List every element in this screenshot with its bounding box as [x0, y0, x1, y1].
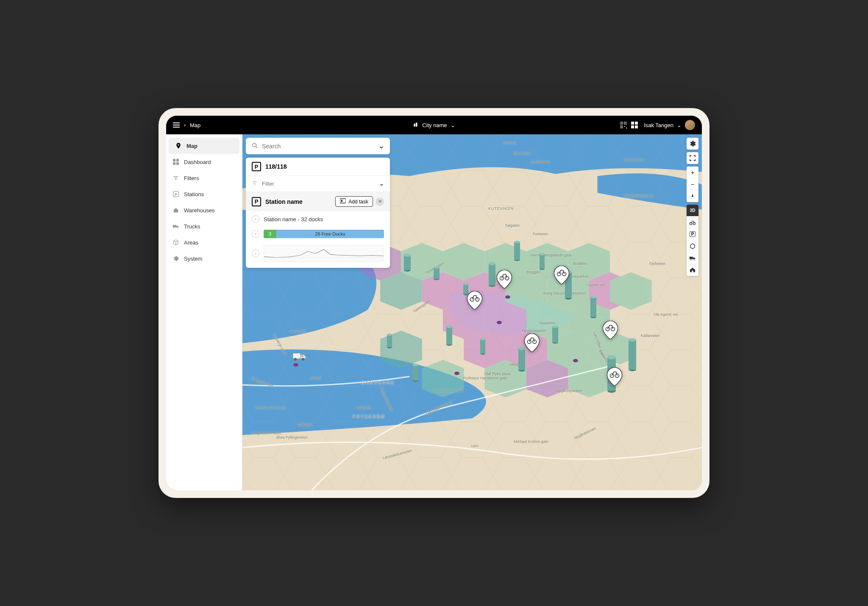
- map-street-label: Puddefjordsbroen: [433, 389, 463, 393]
- bike-station-marker[interactable]: [497, 270, 512, 289]
- svg-rect-93: [552, 327, 558, 342]
- bike-station-marker[interactable]: [554, 266, 569, 284]
- sidebar-item-filters[interactable]: Filters: [166, 170, 242, 186]
- svg-rect-11: [621, 127, 622, 128]
- svg-point-88: [480, 338, 485, 340]
- svg-rect-10: [625, 122, 626, 123]
- compass-button[interactable]: [687, 190, 698, 202]
- parking-layer-button[interactable]: P: [687, 228, 698, 240]
- svg-line-123: [256, 146, 258, 148]
- bike-station-marker[interactable]: [467, 291, 482, 310]
- add-task-button[interactable]: Add task: [335, 196, 373, 207]
- filter-icon: [252, 180, 258, 187]
- sidebar-item-label: Trucks: [184, 223, 200, 230]
- fullscreen-button[interactable]: [687, 152, 698, 164]
- sidebar-item-map[interactable]: Map: [169, 138, 239, 154]
- docks-free: 28 Free Docks: [276, 230, 384, 238]
- search-box[interactable]: ⌄: [246, 138, 390, 154]
- map-controls: + − 3D P: [687, 138, 698, 276]
- station-detail-text: Station name - 32 docks: [264, 216, 323, 222]
- map-district-label: FRYDENBØ: [353, 414, 385, 419]
- settings-button[interactable]: [687, 138, 698, 150]
- map-street-label: Lien: [471, 444, 479, 448]
- map-street-label: Fløyfjellstunnelen: [624, 194, 654, 198]
- svg-rect-21: [176, 162, 179, 165]
- svg-rect-128: [341, 200, 343, 202]
- map-street-label: Sviingen: [298, 423, 312, 427]
- user-menu[interactable]: Isak Tangen ⌄: [644, 120, 695, 130]
- chevron-down-icon[interactable]: ⌄: [378, 142, 384, 150]
- svg-rect-19: [176, 159, 179, 161]
- map-street-label: Brattlien: [573, 261, 587, 266]
- bike-station-marker[interactable]: [603, 321, 618, 339]
- city-name: City name: [422, 122, 447, 128]
- svg-rect-20: [173, 162, 175, 165]
- svg-point-70: [489, 262, 495, 265]
- add-task-label: Add task: [348, 199, 368, 205]
- filter-icon: [172, 174, 180, 182]
- map-canvas[interactable]: DAMSGÅRD FRYDENBØ Fløyfjellstunnelen Fje…: [242, 134, 702, 490]
- map-street-label: Nygårdsparken: [556, 389, 582, 393]
- station-detail-row[interactable]: + Station name - 32 docks: [246, 211, 390, 227]
- svg-rect-81: [590, 297, 596, 317]
- filter-input[interactable]: [262, 181, 375, 187]
- svg-rect-87: [480, 339, 485, 353]
- svg-point-94: [552, 325, 558, 328]
- sidebar-item-areas[interactable]: Areas: [166, 234, 242, 250]
- map-street-label: Laksevåg: [289, 329, 306, 334]
- home-icon: [172, 206, 180, 214]
- map-street-label: Voldene: [357, 406, 371, 410]
- qr-icon[interactable]: [620, 122, 627, 128]
- sidebar-item-dashboard[interactable]: Dashboard: [166, 154, 242, 170]
- expand-icon[interactable]: +: [252, 215, 259, 223]
- zoom-out-button[interactable]: −: [687, 178, 698, 190]
- expand-icon[interactable]: +: [252, 230, 259, 238]
- svg-point-134: [690, 259, 691, 260]
- bike-layer-button[interactable]: [687, 217, 698, 228]
- map-street-label: Bryggen: [526, 270, 541, 274]
- task-icon: [340, 198, 346, 205]
- chevron-down-icon[interactable]: ⌄: [379, 181, 384, 187]
- bike-station-marker[interactable]: [524, 334, 540, 352]
- map-street-label: Cappes vei: [586, 283, 605, 287]
- svg-rect-75: [540, 254, 545, 269]
- menu-icon[interactable]: [173, 122, 180, 128]
- sidebar-item-stations[interactable]: P Stations: [166, 186, 242, 202]
- warehouse-layer-button[interactable]: [687, 264, 698, 276]
- close-button[interactable]: ✕: [376, 197, 384, 206]
- map-street-label: Fjellveien: [649, 261, 665, 266]
- truck-marker[interactable]: [291, 350, 308, 363]
- map-street-label: KUTEVIKEN: [488, 206, 514, 211]
- svg-rect-127: [340, 199, 346, 203]
- sidebar: Map Dashboard Filters P Stations Warehou…: [166, 134, 242, 490]
- grid-icon[interactable]: [631, 122, 638, 128]
- city-selector[interactable]: City name ⌄: [413, 122, 455, 129]
- sidebar-item-trucks[interactable]: Trucks: [166, 218, 242, 234]
- svg-rect-136: [692, 271, 693, 272]
- sidebar-item-warehouses[interactable]: Warehouses: [166, 202, 242, 218]
- truck-layer-button[interactable]: [687, 252, 698, 264]
- bike-station-marker[interactable]: [607, 367, 622, 386]
- hex-layer-button[interactable]: [687, 240, 698, 252]
- filter-row[interactable]: ⌄: [246, 176, 390, 192]
- svg-rect-121: [301, 355, 303, 357]
- svg-point-119: [294, 358, 296, 361]
- breadcrumb[interactable]: Map: [190, 122, 200, 128]
- search-input[interactable]: [262, 143, 374, 150]
- parking-icon: P: [252, 197, 261, 206]
- svg-point-122: [253, 143, 256, 147]
- sidebar-item-system[interactable]: System: [166, 250, 242, 267]
- svg-point-61: [404, 253, 411, 257]
- svg-point-28: [173, 227, 175, 228]
- svg-point-67: [463, 283, 468, 285]
- svg-rect-69: [489, 264, 495, 285]
- zoom-in-button[interactable]: +: [687, 167, 698, 178]
- expand-icon[interactable]: +: [252, 250, 259, 257]
- svg-point-29: [177, 227, 178, 228]
- svg-point-97: [607, 355, 616, 359]
- 3d-toggle-button[interactable]: 3D: [687, 205, 698, 217]
- gear-icon: [172, 255, 180, 262]
- map-street-label: Søgaten: [505, 223, 520, 228]
- map-street-label: ERVIK: [503, 141, 517, 145]
- map-street-label: Henrik Wergelands gate: [531, 253, 571, 257]
